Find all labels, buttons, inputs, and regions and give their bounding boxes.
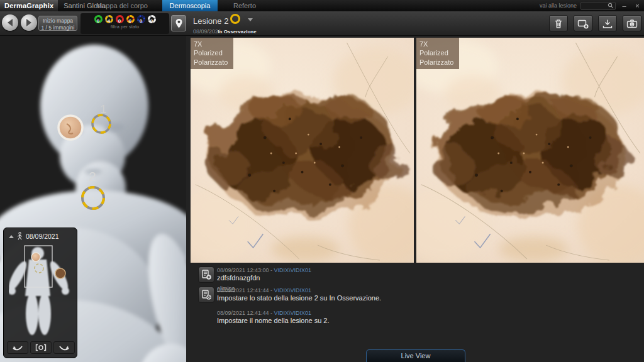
go-to-lesion-label: vai alla lesione: [540, 3, 577, 9]
add-image-icon: [577, 18, 589, 29]
app-window: DermaGraphix Santini Gloria Mappa del co…: [0, 0, 644, 362]
chevron-down-icon[interactable]: [248, 18, 253, 24]
next-lesion-button[interactable]: [21, 14, 37, 31]
filter-caption: filtra per stato: [80, 24, 169, 30]
log-timestamp: 08/09/2021 12:41:44: [217, 287, 269, 293]
rotate-left-button[interactable]: [7, 341, 28, 354]
thumbnail-figure: [9, 247, 71, 335]
map-start-button[interactable]: Inizio mappa 1 / 5 immagini: [38, 16, 77, 31]
session-panel-header: 08/09/2021: [4, 228, 77, 240]
download-button[interactable]: [598, 15, 617, 31]
person-icon: [17, 232, 23, 240]
note-settings-icon: [201, 289, 212, 300]
mode-en: Polarized: [419, 48, 453, 57]
magnification: 7X: [194, 40, 228, 48]
log-message: zdfsfdnazgfdn: [217, 274, 311, 282]
title-bar: DermaGraphix Santini Gloria Mappa del co…: [0, 0, 644, 11]
lesion-title: Lesione 2: [193, 16, 228, 26]
search-icon[interactable]: [608, 3, 614, 9]
status-filter-rings: 0 4 0 0 0 0: [80, 13, 169, 23]
dermoscopy-image-2[interactable]: 7X Polarized Polarizzato: [416, 38, 644, 263]
body-thumbnail[interactable]: [9, 243, 73, 337]
status-filter-white[interactable]: 0: [148, 15, 156, 23]
window-controls: vai alla lesione – ×: [540, 0, 642, 11]
add-image-button[interactable]: [574, 15, 592, 31]
center-view-button[interactable]: [30, 341, 52, 354]
log-message: Impostare lo stato della lesione 2 su In…: [217, 294, 381, 302]
rotate-right-icon: [58, 344, 70, 351]
note-add-icon: [201, 269, 212, 280]
tab-dermoscopia[interactable]: Dermoscopia: [162, 0, 218, 11]
log-separator: -: [269, 310, 274, 316]
thumbnail-lesion-3[interactable]: [55, 268, 65, 278]
status-filter-red-yellow[interactable]: 0: [126, 15, 135, 23]
minimize-button[interactable]: –: [619, 1, 629, 11]
log-entry: 08/09/2021 12:41:44 - VIDIX\VIDIX01 Impo…: [217, 287, 381, 302]
image-actions: [549, 15, 641, 31]
lesion-status-label: In Osservazione: [216, 29, 258, 35]
arrow-left-icon: [4, 19, 13, 26]
body-map-sidebar: 1 2 08/09/2021: [0, 36, 186, 362]
capture-button[interactable]: [623, 15, 641, 31]
face-frame-icon: [35, 344, 47, 351]
dermoscopy-photo: [191, 38, 414, 263]
capture-session-panel: 08/09/2021: [3, 228, 77, 358]
tab-referto[interactable]: Referto: [218, 0, 272, 11]
image-1-label: 7X Polarized Polarizzato: [191, 38, 233, 69]
lesion-search-input[interactable]: [580, 2, 616, 10]
arrow-right-icon: [26, 19, 35, 26]
log-separator: -: [269, 287, 274, 293]
mode-it: Polarizzato: [419, 58, 453, 67]
rotate-left-icon: [11, 344, 24, 351]
add-note-button[interactable]: [198, 266, 214, 283]
thumbnail-lesion-1[interactable]: [31, 253, 40, 261]
trash-icon: [552, 18, 565, 29]
app-logo: DermaGraphix: [0, 0, 58, 11]
note-settings-button[interactable]: [198, 287, 214, 303]
mode-it: Polarizzato: [194, 58, 228, 67]
model-rotate-controls: [7, 341, 75, 354]
log-user[interactable]: VIDIX\VIDIX01: [274, 267, 312, 273]
log-user[interactable]: VIDIX\VIDIX01: [274, 287, 312, 293]
dermoscopy-image-1[interactable]: 7X Polarized Polarizzato: [191, 38, 414, 263]
lesion-1-preview[interactable]: [58, 116, 82, 140]
close-button[interactable]: ×: [633, 1, 642, 11]
log-separator: -: [269, 267, 274, 273]
dermoscopy-toolbar: Inizio mappa 1 / 5 immagini 0 4 0 0 0 0 …: [0, 11, 644, 36]
log-entry-meta: 08/09/2021 12:41:44 - VIDIX\VIDIX01: [217, 310, 330, 316]
previous-lesion-button[interactable]: [2, 14, 18, 31]
log-message: Impostare il nome della lesione su 2.: [217, 317, 330, 324]
map-start-line2: 1 / 5 immagini: [39, 25, 77, 31]
camera-icon: [626, 18, 638, 29]
mode-en: Polarized: [194, 48, 228, 57]
log-entry-meta: 08/09/2021 12:43:00 - VIDIX\VIDIX01: [217, 267, 311, 273]
dermoscopy-main: 7X Polarized Polarizzato 7X Polarized Po…: [186, 36, 644, 362]
collapse-icon[interactable]: [9, 233, 14, 238]
status-filter-group: 0 4 0 0 0 0 filtra per stato: [80, 13, 169, 34]
lesion-status-ring-icon[interactable]: [230, 14, 240, 24]
log-timestamp: 08/09/2021 12:43:00: [217, 267, 269, 273]
delete-button[interactable]: [549, 15, 568, 31]
session-date: 08/09/2021: [26, 233, 59, 240]
image-2-label: 7X Polarized Polarizzato: [416, 38, 459, 69]
locate-lesion-button[interactable]: [171, 15, 186, 31]
download-icon: [601, 18, 614, 29]
tab-mappa-del-corpo[interactable]: Mappa del corpo: [82, 0, 162, 11]
status-filter-red[interactable]: 0: [116, 15, 124, 23]
status-filter-blue[interactable]: 0: [137, 15, 145, 23]
main-tabs: Mappa del corpo Dermoscopia Referto: [82, 0, 272, 11]
log-entry: 08/09/2021 12:41:44 - VIDIX\VIDIX01 Impo…: [217, 310, 330, 324]
lesion-marker-2-label: 2: [89, 169, 96, 184]
log-timestamp: 08/09/2021 12:41:44: [217, 310, 269, 316]
rotate-right-button[interactable]: [53, 341, 75, 354]
status-filter-green[interactable]: 0: [94, 15, 103, 23]
dermoscopy-photo: [416, 38, 644, 263]
map-start-line1: Inizio mappa: [39, 18, 77, 25]
live-view-button[interactable]: Live View: [366, 349, 465, 362]
magnification: 7X: [419, 40, 453, 48]
log-entry-meta: 08/09/2021 12:41:44 - VIDIX\VIDIX01: [217, 287, 381, 293]
lesion-marker-1-label: 1: [100, 102, 107, 116]
status-filter-yellow[interactable]: 4: [105, 15, 113, 23]
map-pin-icon: [175, 18, 183, 29]
log-user[interactable]: VIDIX\VIDIX01: [274, 310, 312, 316]
